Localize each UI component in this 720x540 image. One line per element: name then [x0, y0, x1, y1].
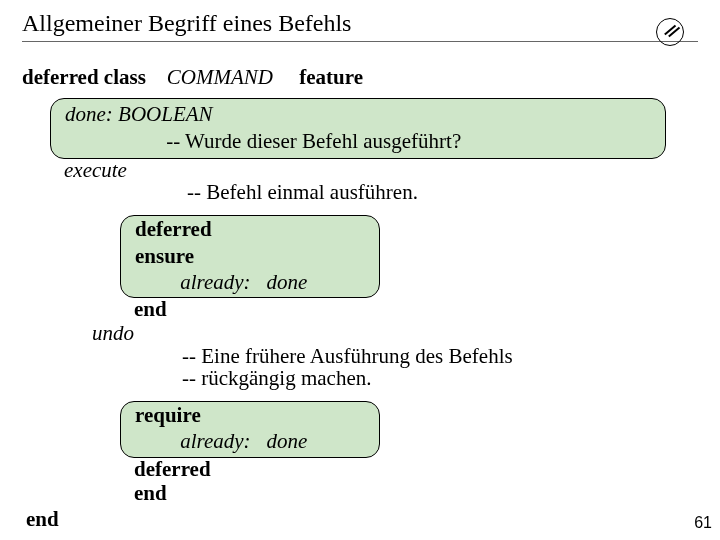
- ensure-already: already:: [180, 270, 250, 294]
- page-number: 61: [694, 514, 712, 532]
- ensure-box: deferred ensure already: done: [120, 215, 380, 298]
- execute-comment: -- Befehl einmal ausführen.: [187, 179, 698, 205]
- deferred-class-keyword: deferred class: [22, 65, 146, 89]
- deferred-keyword-2: deferred: [134, 457, 211, 481]
- done-comment: -- Wurde dieser Befehl ausgeführt?: [166, 129, 461, 153]
- require-box: require already: done: [120, 401, 380, 458]
- end-keyword-1: end: [134, 297, 167, 321]
- brand-logo: [656, 18, 684, 46]
- deferred-keyword-1: deferred: [135, 217, 212, 241]
- done-box: done: BOOLEAN -- Wurde dieser Befehl aus…: [50, 98, 666, 159]
- final-end-keyword: end: [26, 507, 59, 531]
- require-already: already:: [180, 429, 250, 453]
- ensure-done: done: [266, 270, 307, 294]
- undo-name: undo: [92, 321, 134, 345]
- class-name: COMMAND: [167, 65, 273, 89]
- feature-keyword: feature: [299, 65, 363, 89]
- require-done: done: [266, 429, 307, 453]
- require-keyword: require: [135, 403, 201, 427]
- title-underline: [22, 41, 698, 42]
- page-title: Allgemeiner Begriff eines Befehls: [22, 10, 698, 39]
- class-declaration: deferred class COMMAND feature: [22, 64, 698, 90]
- execute-name: execute: [64, 158, 127, 182]
- end-keyword-2: end: [134, 481, 167, 505]
- done-decl: done: BOOLEAN: [65, 102, 213, 126]
- ensure-keyword: ensure: [135, 244, 194, 268]
